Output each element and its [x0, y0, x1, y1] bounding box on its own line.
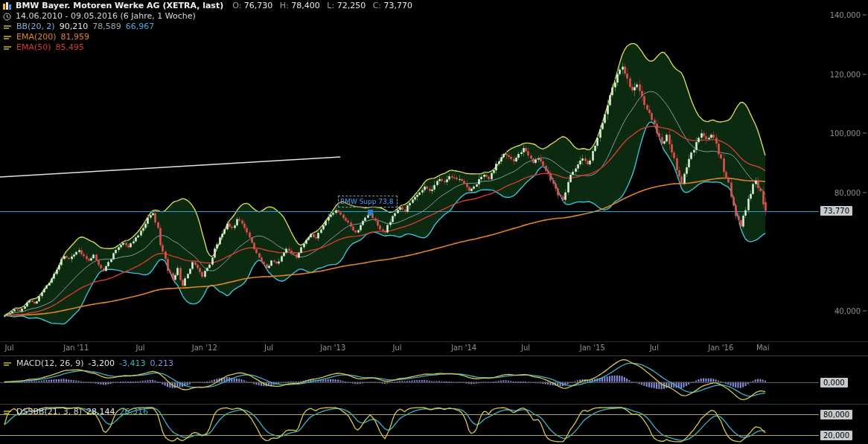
open-value: 76,730 — [244, 1, 273, 10]
y-axis-label: 40,000 — [820, 307, 867, 315]
x-axis-label: Jul — [650, 344, 659, 352]
high-label: H: — [280, 1, 289, 10]
dssbb-value1: 28,144 — [86, 408, 115, 416]
legend-bollinger[interactable]: BB(20, 2) 90,210 78,589 66,967 — [3, 22, 154, 31]
x-axis: JulJan '11JulJan '12JulJan '13JulJan '14… — [0, 344, 868, 355]
macd-zero-label: 0,000 — [820, 378, 848, 387]
axis-separator — [0, 341, 868, 342]
legend-dssbb[interactable]: DSSBB(21, 3, 8) 28,144 26,316 — [3, 408, 148, 416]
macd-name: MACD(12, 26, 9) — [16, 359, 84, 368]
ema200-name: EMA(200) — [16, 33, 57, 42]
x-axis-label: Jan '11 — [63, 344, 89, 352]
date-range: 14.06.2010 - 09.05.2016 (6 Jahre, 1 Woch… — [16, 12, 196, 21]
legend-macd[interactable]: MACD(12, 26, 9) -3,200 -3,413 0,213 — [3, 359, 173, 368]
ema50-name: EMA(50) — [16, 43, 51, 52]
chart-window: BMW Bayer. Motoren Werke AG (XETRA, last… — [0, 0, 868, 444]
dssbb-lower-level-label: 20,000 — [820, 431, 852, 440]
bb-name: BB(20, 2) — [16, 22, 55, 31]
bb-lower-value: 66,967 — [126, 22, 155, 31]
date-range-row: 14.06.2010 - 09.05.2016 (6 Jahre, 1 Woch… — [3, 12, 196, 21]
x-axis-label: Jan '14 — [451, 344, 476, 352]
x-axis-label: Jul — [135, 344, 144, 352]
x-axis-label: Jan '16 — [708, 344, 733, 352]
dssbb-upper-level-label: 80,000 — [820, 410, 852, 419]
price-chart-canvas[interactable] — [0, 0, 868, 342]
ema200-value: 81,959 — [61, 33, 90, 42]
x-axis-label: Jul — [521, 344, 530, 352]
y-axis-label: 120,000 — [820, 70, 867, 78]
macd-panel-separator — [0, 355, 868, 356]
y-axis-label: 80,000 — [820, 188, 867, 196]
annotation-text: BMW Supp 73,8 — [340, 198, 393, 205]
x-axis-label: Jul — [264, 344, 273, 352]
low-value: 72,250 — [337, 1, 366, 10]
title-bar: BMW Bayer. Motoren Werke AG (XETRA, last… — [3, 1, 412, 10]
x-axis-label: Mai — [756, 344, 770, 352]
close-value: 73,770 — [384, 1, 413, 10]
bb-upper-value: 90,210 — [60, 22, 89, 31]
macd-signal-value: -3,413 — [119, 359, 145, 368]
dssbb-name: DSSBB(21, 3, 8) — [16, 408, 82, 416]
last-price-label: 73,770 — [820, 206, 852, 216]
indicator-icon — [3, 24, 12, 30]
x-axis-label: Jul — [393, 344, 402, 352]
dssbb-value2: 26,316 — [120, 408, 149, 416]
ema50-value: 85,495 — [56, 43, 85, 52]
indicator-icon — [3, 34, 12, 41]
indicator-icon — [3, 361, 12, 367]
macd-hist-value: 0,213 — [150, 359, 173, 368]
indicator-icon — [3, 45, 12, 51]
dssbb-panel-separator — [0, 404, 868, 405]
y-axis: 140,000120,000100,00080,00040,000 — [819, 0, 868, 342]
instrument-title: BMW Bayer. Motoren Werke AG (XETRA, last… — [16, 1, 223, 10]
low-label: L: — [327, 1, 334, 10]
legend-ema200[interactable]: EMA(200) 81,959 — [3, 33, 89, 42]
x-axis-label: Jan '15 — [580, 344, 605, 352]
clock-icon — [3, 13, 11, 21]
y-axis-label: 140,000 — [820, 11, 867, 19]
x-axis-label: Jan '12 — [192, 344, 217, 352]
close-label: C: — [373, 1, 381, 10]
high-value: 78,400 — [291, 1, 320, 10]
x-axis-label: Jan '13 — [320, 344, 345, 352]
open-label: O: — [232, 1, 241, 10]
legend-ema50[interactable]: EMA(50) 85,495 — [3, 43, 84, 52]
ohlc-readout: O: 76,730 H: 78,400 L: 72,250 C: 73,770 — [228, 1, 412, 10]
annotation-note[interactable]: BMW Supp 73,8 — [338, 196, 398, 207]
bb-middle-value: 78,589 — [92, 22, 121, 31]
indicator-icon — [3, 409, 12, 416]
annotation-marker[interactable] — [368, 210, 373, 215]
macd-value: -3,200 — [89, 359, 115, 368]
x-axis-label: Jul — [5, 344, 14, 352]
y-axis-label: 100,000 — [820, 129, 867, 138]
app-icon — [3, 2, 11, 10]
